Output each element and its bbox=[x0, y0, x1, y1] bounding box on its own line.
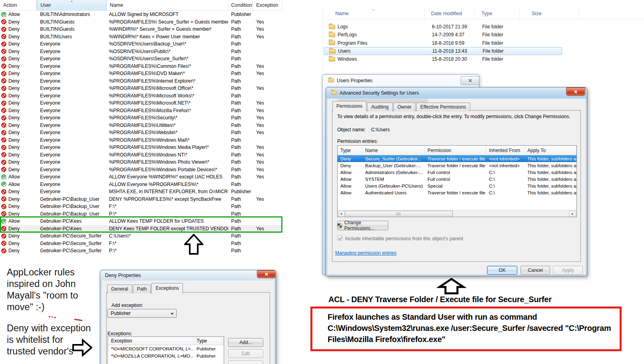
folder-icon bbox=[329, 49, 336, 53]
permission-entry-row[interactable]: Allow SYSTEM Full control C:\ This folde… bbox=[338, 176, 576, 182]
action-label: Deny bbox=[8, 49, 20, 54]
horizontal-scrollbar[interactable] bbox=[338, 210, 576, 217]
exception-row[interactable]: *\O=MICROSOFT CORPORATION, L=... Publish… bbox=[108, 345, 224, 352]
folder-name-cell: Logs bbox=[338, 24, 425, 30]
column-header-inherited-from[interactable]: Inherited From bbox=[486, 146, 525, 155]
include-inheritable-checkbox[interactable] bbox=[337, 235, 342, 241]
cancel-button[interactable]: Cancel bbox=[521, 266, 550, 275]
applocker-rule-row[interactable]: Allow BUILTIN\Administrators ALLOW Signe… bbox=[0, 11, 282, 18]
close-button[interactable] bbox=[461, 76, 479, 85]
scrollbar-thumb[interactable] bbox=[345, 211, 453, 217]
column-header-type[interactable]: Type bbox=[193, 337, 224, 345]
permission-entry-row[interactable]: Allow Administrators (Gebruiker-... Full… bbox=[338, 169, 576, 176]
type-cell: Publisher bbox=[193, 346, 224, 351]
applocker-rule-row[interactable]: Allow Everyone ALLOW Everyone %PROGRAMFI… bbox=[0, 181, 282, 188]
exception-type-dropdown[interactable]: Publisher bbox=[107, 309, 177, 318]
permission-entry-row[interactable]: Allow Authenticated Users Traverse folde… bbox=[338, 189, 576, 196]
user-cell: Gebruiker-PC\Secure_Surfer bbox=[37, 248, 107, 253]
applocker-rule-row[interactable]: Deny Everyone %PROGRAMFILES%\Microsoft W… bbox=[0, 92, 282, 100]
edit-button[interactable]: Edit bbox=[228, 349, 263, 358]
tab-effective-permissions[interactable]: Effective Permissions bbox=[416, 103, 470, 111]
permission-cell: Full control bbox=[425, 177, 486, 182]
close-button[interactable] bbox=[566, 87, 585, 96]
explorer-folder-row[interactable]: Windows 15-8-2018 20:30 File folder bbox=[324, 55, 562, 63]
applocker-rule-row[interactable]: Deny Everyone %PROGRAMFILES%\Windows NT\… bbox=[0, 151, 282, 159]
column-header-name[interactable]: Name bbox=[362, 146, 425, 155]
tab-auditing[interactable]: Auditing bbox=[367, 103, 392, 111]
applocker-rule-row[interactable]: Deny Gebruiker-PC\Backup_User F:\* Path bbox=[0, 203, 282, 210]
name-cell: %PROGRAMFILES%\DVD Maker\* bbox=[107, 71, 228, 76]
applocker-rule-row[interactable]: Deny Everyone %PROGRAMFILES%\Windows Pho… bbox=[0, 158, 282, 166]
change-permissions-button[interactable]: Change Permissions... bbox=[337, 221, 388, 230]
explorer-folder-row[interactable]: Program Files 18-8-2018 9:59 File folder bbox=[324, 39, 562, 47]
annotation-applocker-note: AppLocker rules inspired on John Mayall'… bbox=[7, 267, 78, 313]
applocker-rule-row[interactable]: Deny BUILTIN\Users %WINDIR%\* Kees = Pow… bbox=[0, 33, 282, 41]
action-label: Deny bbox=[8, 248, 20, 253]
applocker-rule-row[interactable]: Deny Everyone %PROGRAMFILES%\Internet Ex… bbox=[0, 77, 282, 85]
applocker-rule-row[interactable]: Deny BUILTIN\Guests %PROGRAMFILES%\ Secu… bbox=[0, 18, 282, 26]
column-header-user[interactable]: ▲ User bbox=[37, 0, 107, 10]
column-header-name[interactable]: Name bbox=[107, 0, 228, 10]
column-header-exception[interactable]: Exception bbox=[253, 0, 282, 10]
explorer-folder-row[interactable]: PerfLogs 14-7-2009 4:37 File folder bbox=[324, 31, 562, 39]
permission-entry-row[interactable]: Deny Secure_Surfer (Gebruiker... Travers… bbox=[338, 155, 576, 162]
tab-permissions[interactable]: Permissions bbox=[332, 101, 366, 111]
column-header-apply-to[interactable]: Apply To bbox=[525, 146, 576, 155]
applocker-rule-row[interactable]: Deny Everyone %PROGRAMFILES%\Website\* P… bbox=[0, 129, 282, 136]
scroll-left-button[interactable] bbox=[338, 211, 345, 217]
applocker-rule-row[interactable]: Deny Everyone %PROGRAMFILES%\Common File… bbox=[0, 63, 282, 70]
scroll-right-button[interactable] bbox=[569, 211, 576, 217]
column-header-exception[interactable]: Exception bbox=[108, 337, 193, 345]
applocker-rule-row[interactable]: Deny Gebruiker-PC\Backup_User DENY %PROG… bbox=[0, 196, 282, 203]
explorer-folder-row[interactable]: Users 11-8-2018 13:43 File folder bbox=[324, 47, 562, 55]
column-header-type[interactable]: Type bbox=[474, 8, 520, 19]
tab-general[interactable]: General bbox=[107, 285, 132, 293]
remove-button[interactable] bbox=[228, 360, 263, 364]
applocker-rule-row[interactable]: Deny Everyone %PROGRAMFILES%\Windows Mai… bbox=[0, 136, 282, 144]
managing-permission-entries-link[interactable]: Managing permission entries bbox=[335, 250, 396, 256]
applocker-rule-row[interactable]: Deny Everyone %OSDRIVE%\Users\Public\* P… bbox=[0, 48, 282, 55]
folder-icon bbox=[329, 41, 335, 45]
applocker-rule-row[interactable]: Deny Everyone %PROGRAMFILES%\Utilities\*… bbox=[0, 122, 282, 129]
explorer-folder-row[interactable]: Logs 6-10-2017 21:39 File folder bbox=[324, 23, 562, 31]
apply-button[interactable]: Apply bbox=[553, 266, 583, 275]
column-header-date-modified[interactable]: Date modified bbox=[425, 8, 474, 19]
applocker-rule-row[interactable]: Deny Gebruiker-PC\Secure_Surfer F:\* Pat… bbox=[0, 240, 282, 247]
applocker-rule-row[interactable]: Deny Everyone %PROGRAMFILES%\DVD Maker\*… bbox=[0, 70, 282, 77]
applocker-rule-row[interactable]: Deny BUILTIN\Guests %WINDIR%\* Secure_Su… bbox=[0, 26, 282, 33]
condition-cell: Path bbox=[228, 115, 253, 121]
applocker-rule-row[interactable]: Deny Gebruiker-PC\Secure_Surfer C:\Users… bbox=[0, 232, 282, 240]
applocker-rule-row[interactable]: Deny Everyone %PROGRAMFILES%\Microsoft O… bbox=[0, 85, 282, 92]
condition-cell: Path bbox=[228, 182, 253, 187]
column-header-condition[interactable]: Condition bbox=[228, 0, 253, 10]
permission-entry-row[interactable]: Allow Users (Gebruiker-PC\Users) Special… bbox=[338, 182, 576, 189]
applocker-rule-row[interactable]: Deny Everyone %PROGRAMFILES%\Windows Med… bbox=[0, 144, 282, 151]
applocker-rule-row[interactable]: Deny Everyone %PROGRAMFILES%\Mozilla Fir… bbox=[0, 107, 282, 115]
exception-row[interactable]: *\O=MOZILLA CORPORATION, L=MO... Publish… bbox=[108, 352, 224, 360]
close-button[interactable] bbox=[257, 270, 276, 278]
column-header-permission[interactable]: Permission bbox=[425, 146, 486, 155]
tab-path[interactable]: Path bbox=[133, 285, 151, 293]
condition-cell: Path bbox=[228, 241, 253, 246]
applocker-rule-row[interactable]: Deny Everyone %PROGRAMFILES%\Windows Por… bbox=[0, 166, 282, 174]
applocker-rule-row[interactable]: Deny Everyone %OSDRIVE%\Users\Secure_Sur… bbox=[0, 55, 282, 63]
applocker-rule-row[interactable]: Deny Everyone MSHTA.EXE, in INTERNET EXP… bbox=[0, 188, 282, 196]
add-button[interactable]: Add... bbox=[228, 338, 263, 347]
column-header-action[interactable]: Action bbox=[0, 0, 37, 10]
type-cell: File folder bbox=[475, 56, 521, 62]
ok-button[interactable]: OK bbox=[487, 266, 517, 275]
permission-entry-row[interactable]: Deny Backup_User (Gebruiker-... Traverse… bbox=[338, 162, 576, 169]
tab-exceptions[interactable]: Exceptions bbox=[151, 283, 183, 293]
applocker-rule-row[interactable]: Deny Everyone %PROGRAMFILES%\Microsoft.N… bbox=[0, 99, 282, 107]
action-label: Deny bbox=[8, 130, 20, 135]
column-header-size[interactable]: Size bbox=[520, 8, 579, 19]
applocker-rule-row[interactable]: Deny Everyone %PROGRAMFILES%\Security\* … bbox=[0, 114, 282, 122]
applocker-rule-row[interactable]: Deny Gebruiker-PC\Secure_Surfer P:\* Pat… bbox=[0, 247, 282, 255]
user-cell: Everyone bbox=[37, 85, 107, 91]
tab-owner[interactable]: Owner bbox=[394, 103, 415, 111]
applocker-rule-row[interactable]: Deny Everyone %OSDRIVE%\Users\Backup_Use… bbox=[0, 40, 282, 48]
applocker-rule-row[interactable]: Allow Everyone ALLOW Everyone %WINDIR%\*… bbox=[0, 173, 282, 181]
exception-cell: Yes bbox=[253, 34, 282, 40]
action-icon bbox=[1, 86, 6, 91]
column-header-type[interactable]: Type bbox=[338, 146, 362, 155]
